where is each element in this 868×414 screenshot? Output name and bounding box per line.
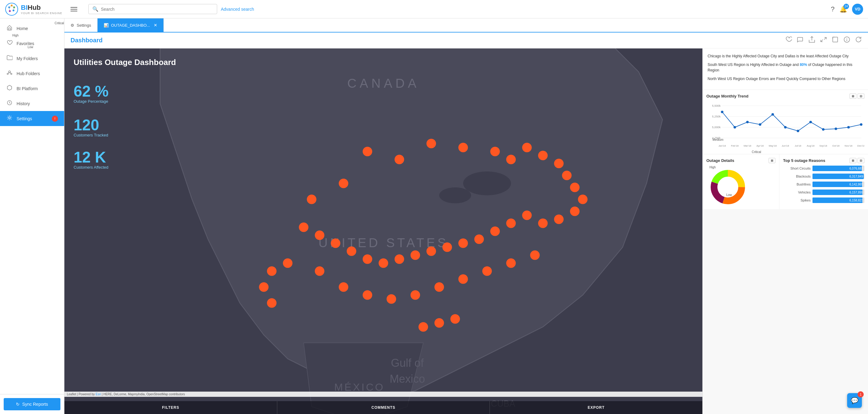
comments-button[interactable]: COMMENTS: [277, 401, 490, 414]
advanced-search-link[interactable]: Advanced search: [221, 7, 254, 12]
svg-point-64: [299, 222, 308, 232]
donut-grid-button[interactable]: ⊞: [769, 158, 775, 163]
svg-point-57: [410, 250, 420, 260]
svg-text:5,500k: 5,500k: [712, 104, 721, 107]
expand-button[interactable]: [820, 36, 827, 44]
svg-point-41: [522, 142, 531, 152]
refresh-button[interactable]: [855, 36, 862, 44]
chat-fab[interactable]: 💬 1: [847, 393, 862, 408]
svg-point-73: [506, 258, 516, 268]
outage-details-title: Outage Details: [706, 158, 734, 163]
top5-grid-button[interactable]: ⊞: [849, 158, 856, 163]
sync-label: Sync Reports: [22, 402, 48, 407]
svg-line-21: [821, 39, 823, 42]
stat-percentage: 62 % Outage Percentage: [73, 84, 108, 104]
bar-row-spikes: Spikes 6,158,823: [783, 197, 864, 203]
sync-reports-button[interactable]: ↻ Sync Reports: [4, 398, 60, 410]
filters-button[interactable]: FILTERS: [64, 401, 277, 414]
svg-text:Dec'18: Dec'18: [857, 145, 864, 147]
svg-point-65: [315, 266, 324, 276]
svg-point-101: [835, 128, 837, 130]
stat-tracked-label: Customers Tracked: [73, 133, 108, 137]
search-input[interactable]: [101, 7, 213, 12]
export-button[interactable]: EXPORT: [490, 401, 702, 414]
svg-point-93: [734, 126, 736, 128]
svg-text:Feb'18: Feb'18: [731, 145, 739, 147]
svg-point-94: [746, 121, 749, 123]
insights-section: Chicago is the Highly Affected Outage Ci…: [703, 49, 868, 90]
trend-chart-header: Outage Monthly Trend ⊞ ⊟: [706, 94, 864, 99]
svg-point-52: [490, 226, 500, 236]
bar-fill-bushfires: 6,142,865: [812, 182, 862, 187]
bar-track-short-circuits: 6,076,683: [812, 166, 864, 171]
bar-value-blackouts: 6,317,849: [849, 175, 863, 178]
svg-text:5,000k: 5,000k: [712, 126, 721, 129]
favorite-dashboard-button[interactable]: [785, 36, 792, 44]
menu-toggle-icon[interactable]: [69, 6, 79, 12]
svg-text:CANADA: CANADA: [347, 76, 420, 91]
svg-point-74: [530, 250, 539, 260]
search-box: 🔍: [88, 4, 217, 14]
donut-high-label: High: [709, 166, 716, 169]
top5-header: Top 5 outage Reasons ⊞ ⊟: [783, 158, 864, 163]
notifications-button[interactable]: 🔔 24: [839, 5, 847, 13]
close-tab-button[interactable]: ✕: [154, 23, 157, 28]
logo-sub: YOUR BI SEARCH ENGINE: [21, 12, 62, 15]
donut-container: Medium Critical High Low: [706, 166, 775, 209]
trend-grid-button[interactable]: ⊞: [849, 94, 856, 99]
comment-dashboard-button[interactable]: [797, 36, 804, 44]
svg-rect-22: [833, 37, 838, 42]
svg-point-60: [363, 254, 372, 264]
bar-row-blackouts: Blackouts 6,317,849: [783, 173, 864, 179]
bar-fill-short-circuits: 6,076,683: [812, 166, 862, 171]
svg-point-49: [538, 218, 548, 228]
map-title: Utilities Outage Dashboard: [73, 58, 176, 67]
svg-point-70: [434, 282, 444, 292]
stat-affected: 12 K Customers Affected: [73, 150, 108, 169]
svg-point-38: [458, 142, 468, 152]
svg-line-20: [824, 37, 826, 39]
map-title-overlay: Utilities Outage Dashboard: [73, 58, 176, 67]
sidebar-item-bi-platform[interactable]: BI Platform: [0, 81, 64, 96]
share-dashboard-button[interactable]: [808, 36, 815, 44]
donut-chart-svg: [706, 166, 749, 209]
svg-point-13: [11, 73, 12, 74]
svg-point-45: [570, 183, 579, 192]
sidebar-item-hub-folders[interactable]: Hub Folders: [0, 66, 64, 81]
svg-point-66: [339, 282, 348, 292]
tab-outage-dashboard[interactable]: 📊 OUTAGE_DASHBO... ✕: [97, 19, 164, 32]
outage-details-header: Outage Details ⊞: [706, 158, 775, 163]
fullscreen-button[interactable]: [832, 36, 839, 44]
help-button[interactable]: ?: [831, 5, 835, 13]
bar-fill-blackouts: 6,317,849: [812, 173, 864, 179]
svg-point-67: [363, 290, 372, 299]
right-panel: Chicago is the Highly Affected Outage Ci…: [702, 49, 868, 414]
sidebar-item-my-folders[interactable]: My Folders: [0, 51, 64, 66]
svg-point-12: [7, 73, 8, 74]
sidebar-label-home: Home: [17, 26, 58, 31]
chat-badge: 1: [858, 391, 864, 397]
svg-point-61: [347, 246, 356, 256]
sidebar-item-history[interactable]: History: [0, 96, 64, 111]
map-footer: Leaflet | Powered by Esri | HERE, DeLorm…: [64, 392, 702, 397]
trend-table-button[interactable]: ⊟: [858, 94, 864, 99]
history-icon: [6, 100, 13, 107]
settings-icon: [6, 115, 13, 122]
bar-label-spikes: Spikes: [783, 198, 811, 202]
user-avatar[interactable]: VD: [852, 4, 863, 15]
bar-label-vehicles: Vehicles: [783, 190, 811, 194]
stat-affected-value: 12 K: [73, 150, 108, 165]
bi-platform-icon: [6, 85, 13, 92]
svg-text:Apr'18: Apr'18: [756, 145, 764, 147]
settings-tab-label: Settings: [77, 23, 91, 28]
svg-point-11: [8, 71, 10, 73]
bar-row-short-circuits: Short Circuits 6,076,683: [783, 166, 864, 171]
bar-section: Top 5 outage Reasons ⊞ ⊟ Short Circuits: [779, 154, 868, 209]
map-svg: Gulf of Mexico CANADA UNITED STATES MÉXI…: [64, 49, 702, 414]
svg-point-81: [450, 314, 460, 323]
svg-text:Oct'18: Oct'18: [832, 145, 840, 147]
sidebar-item-settings[interactable]: Settings !: [0, 111, 64, 126]
tab-settings[interactable]: ⚙ Settings: [64, 19, 97, 32]
top5-table-button[interactable]: ⊟: [858, 158, 864, 163]
info-button[interactable]: [843, 36, 850, 44]
